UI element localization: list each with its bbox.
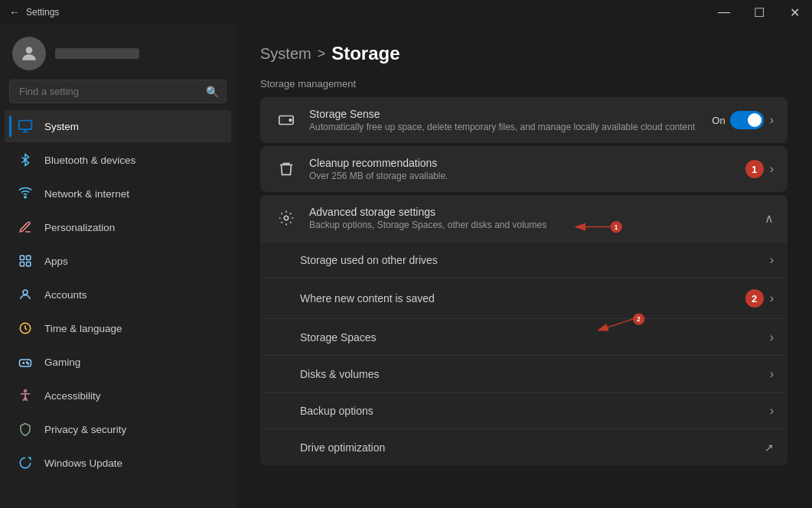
user-profile[interactable] — [0, 24, 236, 80]
advanced-storage-header[interactable]: Advanced storage settings Backup options… — [260, 195, 788, 241]
sidebar-item-system[interactable]: System — [5, 110, 231, 142]
storage-sense-subtitle: Automatically free up space, delete temp… — [309, 122, 712, 132]
svg-rect-1 — [19, 121, 32, 130]
svg-point-15 — [284, 216, 289, 220]
disks-volumes-chevron: › — [770, 367, 774, 381]
other-drives-chevron: › — [770, 253, 774, 267]
accounts-icon — [17, 286, 34, 303]
storage-spaces-label: Storage Spaces — [300, 331, 770, 344]
drive-optimization-chevron: ↗ — [765, 441, 774, 454]
breadcrumb-current: Storage — [331, 43, 399, 64]
bluetooth-icon — [17, 151, 34, 168]
sidebar-item-network[interactable]: Network & internet — [5, 177, 231, 210]
sidebar-item-gaming[interactable]: Gaming — [5, 346, 231, 378]
sidebar-item-personalization[interactable]: Personalization — [5, 211, 231, 243]
sidebar: 🔍 System Bluetooth & devices Network & i… — [0, 24, 236, 508]
cleanup-subtitle: Over 256 MB of storage available. — [309, 171, 745, 181]
sidebar-item-apps[interactable]: Apps — [5, 245, 231, 277]
advanced-storage-icon — [274, 206, 298, 230]
backup-options-chevron: › — [770, 404, 774, 418]
sub-row-other-drives[interactable]: Storage used on other drives › — [260, 241, 788, 278]
search-bar: 🔍 — [9, 80, 227, 103]
sidebar-item-bluetooth[interactable]: Bluetooth & devices — [5, 144, 231, 176]
advanced-storage-chevron: ∧ — [765, 211, 774, 226]
storage-sense-toggle-container: On — [712, 111, 763, 129]
storage-sense-toggle[interactable] — [730, 111, 764, 129]
sidebar-item-privacy[interactable]: Privacy & security — [5, 413, 231, 445]
main-content: System > Storage Storage management Stor… — [236, 24, 812, 508]
network-icon — [17, 185, 34, 202]
cleanup-chevron: › — [770, 162, 774, 176]
sidebar-item-windows-update[interactable]: Windows Update — [5, 447, 231, 479]
advanced-storage-title: Advanced storage settings — [309, 206, 765, 218]
advanced-storage-text: Advanced storage settings Backup options… — [309, 206, 765, 230]
section-title: Storage management — [260, 78, 788, 90]
svg-point-7 — [23, 290, 28, 295]
privacy-label: Privacy & security — [44, 424, 126, 435]
sub-row-new-content[interactable]: Where new content is saved 2 › — [260, 278, 788, 318]
storage-sense-icon — [274, 108, 298, 132]
cleanup-row[interactable]: Cleanup recommendations Over 256 MB of s… — [260, 146, 788, 192]
new-content-chevron: › — [770, 291, 774, 305]
maximize-button[interactable]: ☐ — [742, 0, 777, 24]
search-input[interactable] — [9, 80, 227, 103]
storage-sense-chevron: › — [770, 113, 774, 127]
window-title: Settings — [26, 7, 59, 18]
personalization-icon — [17, 219, 34, 236]
apps-label: Apps — [44, 256, 68, 267]
svg-rect-3 — [20, 256, 24, 259]
sub-row-disks-volumes[interactable]: Disks & volumes › — [260, 355, 788, 392]
disks-volumes-label: Disks & volumes — [300, 368, 770, 380]
advanced-storage-section: Advanced storage settings Backup options… — [260, 195, 788, 465]
advanced-storage-subtitle: Backup options, Storage Spaces, other di… — [309, 220, 765, 230]
system-label: System — [44, 121, 79, 132]
accounts-label: Accounts — [44, 289, 87, 301]
advanced-sub-rows: Storage used on other drives › Where new… — [260, 241, 788, 465]
storage-sense-right: On › — [712, 111, 774, 129]
svg-point-2 — [24, 196, 26, 197]
storage-spaces-chevron: › — [770, 331, 774, 344]
drive-optimization-label: Drive optimization — [300, 441, 765, 454]
cleanup-right: 1 › — [745, 160, 774, 178]
close-button[interactable]: ✕ — [777, 0, 812, 24]
advanced-storage-right: ∧ — [765, 211, 774, 226]
bluetooth-label: Bluetooth & devices — [44, 155, 135, 166]
cleanup-badge: 1 — [745, 160, 764, 178]
sidebar-item-accessibility[interactable]: Accessibility — [5, 379, 231, 412]
svg-point-0 — [26, 47, 33, 54]
breadcrumb-parent[interactable]: System — [260, 45, 311, 63]
titlebar: ← Settings — ☐ ✕ — [0, 0, 812, 24]
windows-update-icon — [17, 454, 34, 471]
gaming-label: Gaming — [44, 357, 80, 368]
sub-row-backup-options[interactable]: Backup options › — [260, 392, 788, 428]
other-drives-label: Storage used on other drives — [300, 254, 770, 266]
storage-sense-row[interactable]: Storage Sense Automatically free up spac… — [260, 97, 788, 143]
accessibility-icon — [17, 387, 34, 404]
time-icon — [17, 320, 34, 337]
minimize-button[interactable]: — — [706, 0, 742, 24]
window-controls: — ☐ ✕ — [706, 0, 812, 24]
time-label: Time & language — [44, 323, 122, 334]
breadcrumb-separator: > — [318, 46, 326, 62]
new-content-label: Where new content is saved — [300, 292, 745, 304]
sub-row-drive-optimization[interactable]: Drive optimization ↗ — [260, 428, 788, 465]
personalization-label: Personalization — [44, 222, 115, 233]
svg-rect-5 — [20, 262, 24, 266]
accessibility-label: Accessibility — [44, 390, 101, 402]
system-icon — [17, 118, 34, 135]
search-icon: 🔍 — [206, 86, 219, 98]
svg-point-14 — [289, 119, 292, 122]
apps-icon — [17, 252, 34, 269]
svg-point-12 — [24, 390, 27, 392]
sidebar-item-time[interactable]: Time & language — [5, 312, 231, 344]
gaming-icon — [17, 353, 34, 370]
new-content-right: 2 › — [745, 289, 774, 308]
svg-rect-4 — [27, 256, 31, 259]
storage-sense-text: Storage Sense Automatically free up spac… — [309, 108, 712, 132]
sub-row-storage-spaces[interactable]: Storage Spaces › — [260, 318, 788, 355]
windows-update-label: Windows Update — [44, 458, 122, 469]
back-icon[interactable]: ← — [9, 6, 20, 18]
sidebar-item-accounts[interactable]: Accounts — [5, 278, 231, 311]
new-content-badge: 2 — [745, 289, 764, 308]
storage-sense-title: Storage Sense — [309, 108, 712, 120]
